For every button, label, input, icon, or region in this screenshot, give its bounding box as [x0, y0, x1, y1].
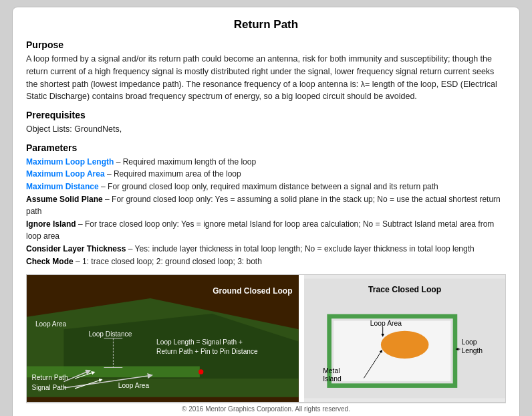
svg-text:Loop Area: Loop Area: [370, 320, 402, 327]
param-rest-3: – For ground closed loop only, required …: [99, 182, 438, 191]
parameters-block: Maximum Loop Length – Required maximum l…: [26, 156, 506, 268]
svg-text:Loop: Loop: [461, 339, 477, 346]
param-line-5: Ignore Island – For trace closed loop on…: [26, 218, 506, 243]
purpose-body: A loop formed by a signal and/or its ret…: [26, 53, 506, 103]
svg-text:Loop Distance: Loop Distance: [88, 330, 132, 338]
page-wrapper: Return Path Purpose A loop formed by a s…: [0, 0, 532, 416]
param-name-3: Maximum Distance: [26, 182, 99, 191]
prerequisites-body: Object Lists: GroundNets,: [26, 123, 506, 136]
param-rest-1: – Required maximum length of the loop: [114, 157, 256, 167]
svg-point-4: [198, 369, 203, 374]
param-line-4: Assume Solid Plane – For ground closed l…: [26, 193, 506, 218]
ground-loop-diagram: Ground Closed Loop Loop Area Loop Distan…: [27, 275, 299, 402]
trace-loop-diagram: Trace Closed Loop Loop Area Loop Length: [304, 275, 505, 402]
parameters-heading: Parameters: [26, 142, 506, 153]
svg-text:Return Path + Pin to Pin Dista: Return Path + Pin to Pin Distance: [156, 348, 258, 355]
svg-text:Island: Island: [323, 375, 342, 383]
param-line-1: Maximum Loop Length – Required maximum l…: [26, 156, 506, 169]
svg-text:Ground Closed Loop: Ground Closed Loop: [213, 286, 292, 296]
copyright-bar: © 2016 Mentor Graphics Corporation. All …: [26, 403, 506, 415]
prerequisites-heading: Prerequisites: [26, 110, 506, 120]
card-title: Return Path: [26, 18, 506, 31]
param-name-4: Assume Solid Plane: [26, 195, 103, 204]
param-line-2: Maximum Loop Area – Required maximum are…: [26, 168, 506, 181]
param-rest-5: – For trace closed loop only: Yes = igno…: [26, 219, 494, 241]
param-name-6: Consider Layer Thickness: [26, 244, 126, 253]
purpose-heading: Purpose: [26, 39, 506, 50]
main-card: Return Path Purpose A loop formed by a s…: [12, 7, 520, 416]
param-line-3: Maximum Distance – For ground closed loo…: [26, 181, 506, 193]
svg-text:Return Path: Return Path: [31, 374, 68, 381]
svg-text:Trace Closed Loop: Trace Closed Loop: [368, 285, 441, 294]
svg-text:Metal: Metal: [323, 367, 340, 375]
svg-text:Loop Area: Loop Area: [35, 321, 67, 328]
param-line-7: Check Mode – 1: trace closed loop; 2: gr…: [26, 255, 506, 268]
svg-text:Signal Path: Signal Path: [31, 384, 66, 391]
param-name-1: Maximum Loop Length: [26, 157, 114, 167]
param-name-7: Check Mode: [26, 257, 74, 266]
param-name-2: Maximum Loop Area: [26, 169, 105, 179]
param-name-5: Ignore Island: [26, 219, 76, 229]
param-line-6: Consider Layer Thickness – Yes: include …: [26, 243, 506, 255]
diagram-container: Ground Closed Loop Loop Area Loop Distan…: [26, 274, 506, 403]
svg-point-24: [381, 331, 429, 358]
param-rest-6: – Yes: include layer thickness in total …: [126, 244, 474, 253]
svg-text:Loop Length = Signal Path +: Loop Length = Signal Path +: [156, 338, 243, 346]
svg-text:Loop Area: Loop Area: [118, 382, 150, 389]
copyright-text: © 2016 Mentor Graphics Corporation. All …: [182, 405, 350, 413]
param-rest-7: – 1: trace closed loop; 2: ground closed…: [74, 257, 262, 266]
svg-text:Length: Length: [461, 347, 483, 354]
param-rest-2: – Required maximum area of the loop: [105, 169, 241, 179]
